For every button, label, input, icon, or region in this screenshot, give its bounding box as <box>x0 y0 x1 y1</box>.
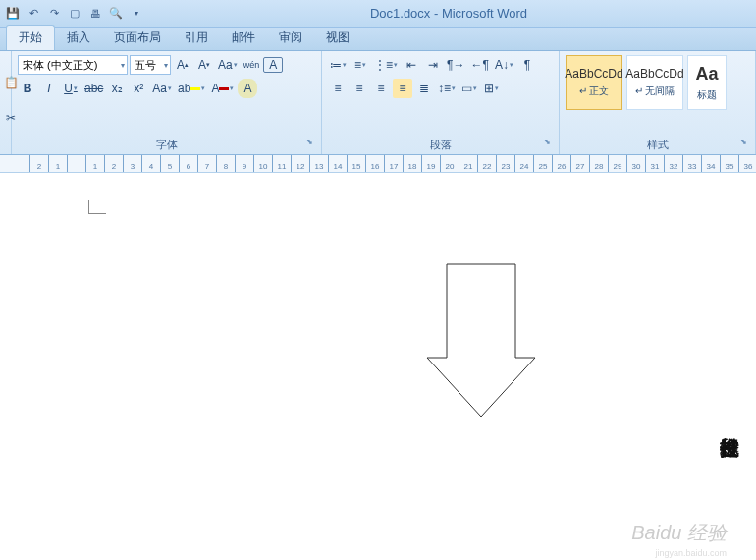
paragraph-group: ≔ ≡ ⋮≡ ⇤ ⇥ ¶→ ←¶ A↓ ¶ ≡ ≡ ≡ ≡ ≣ ↕≡ ▭ ⊞ 段… <box>322 51 560 154</box>
ruler-tick: 25 <box>533 155 552 172</box>
bullets-button[interactable]: ≔ <box>328 55 349 75</box>
superscript-button[interactable]: x² <box>129 79 148 98</box>
font-color-button[interactable]: A <box>209 79 236 98</box>
ruler-tick: 26 <box>552 155 570 172</box>
tab-references[interactable]: 引用 <box>173 26 220 50</box>
show-marks-button[interactable]: ¶ <box>517 55 537 75</box>
ruler-tick: 2 <box>29 155 48 172</box>
ruler-tick: 20 <box>440 155 459 172</box>
redo-icon[interactable]: ↷ <box>45 5 63 23</box>
down-arrow-shape[interactable] <box>422 259 540 426</box>
font-size-combo[interactable]: 五号 <box>130 55 171 75</box>
ruler-tick: 11 <box>272 155 291 172</box>
rtl-button[interactable]: ←¶ <box>468 55 490 75</box>
ruler-tick: 9 <box>235 155 253 172</box>
ruler-tick: 28 <box>589 155 608 172</box>
watermark-sub: jingyan.baidu.com <box>655 548 727 558</box>
font-group-label: 字体 <box>18 136 315 154</box>
print-icon[interactable]: 🖶 <box>86 5 104 23</box>
bold-button[interactable]: B <box>18 79 37 98</box>
ruler-tick: 34 <box>701 155 720 172</box>
ribbon: 📋 ✂ 宋体 (中文正文) 五号 A▴ A▾ Aa wén A B I U ab… <box>0 51 756 155</box>
ruler-tick: 21 <box>459 155 477 172</box>
strike-button[interactable]: abc <box>82 79 105 98</box>
char-shading-button[interactable]: A <box>238 79 257 98</box>
ruler-tick <box>67 155 85 172</box>
ruler-tick: 27 <box>570 155 589 172</box>
font-name-combo[interactable]: 宋体 (中文正文) <box>18 55 128 75</box>
ruler-tick: 31 <box>645 155 664 172</box>
save-icon[interactable]: 💾 <box>4 5 22 23</box>
ruler-tick: 24 <box>514 155 533 172</box>
ruler-tick: 13 <box>309 155 328 172</box>
ruler-tick: 1 <box>85 155 104 172</box>
tab-home[interactable]: 开始 <box>6 25 55 50</box>
distribute-button[interactable]: ≣ <box>414 79 434 98</box>
shrink-font-button[interactable]: A▾ <box>194 55 214 75</box>
ruler-tick: 30 <box>626 155 645 172</box>
align-center-button[interactable]: ≡ <box>350 79 369 98</box>
grow-font-button[interactable]: A▴ <box>173 55 192 75</box>
styles-group: AaBbCcDd ↵ 正文 AaBbCcDd ↵ 无间隔 Aa 标题 样式 <box>560 51 756 154</box>
ruler-tick: 36 <box>738 155 756 172</box>
style-heading[interactable]: Aa 标题 <box>687 55 727 110</box>
phonetic-button[interactable]: wén <box>242 55 262 75</box>
tab-view[interactable]: 视图 <box>314 26 361 50</box>
style-no-spacing[interactable]: AaBbCcDd ↵ 无间隔 <box>626 55 683 110</box>
ruler-tick: 17 <box>384 155 403 172</box>
ruler-tick: 19 <box>421 155 440 172</box>
italic-button[interactable]: I <box>39 79 59 98</box>
horizontal-ruler[interactable]: 2112345678910111213141516171819202122232… <box>0 155 756 173</box>
decrease-indent-button[interactable]: ⇤ <box>402 55 421 75</box>
ruler-tick: 3 <box>123 155 141 172</box>
clear-format-button[interactable]: Aa <box>216 55 240 75</box>
line-spacing-button[interactable]: ↕≡ <box>436 79 458 98</box>
ruler-tick: 22 <box>477 155 496 172</box>
ruler-tick: 4 <box>141 155 160 172</box>
ltr-button[interactable]: ¶→ <box>445 55 466 75</box>
align-right-button[interactable]: ≡ <box>371 79 391 98</box>
subscript-button[interactable]: x₂ <box>107 79 127 98</box>
multilevel-button[interactable]: ⋮≡ <box>372 55 400 75</box>
align-left-button[interactable]: ≡ <box>328 79 348 98</box>
ruler-tick: 6 <box>179 155 197 172</box>
ruler-tick: 5 <box>160 155 179 172</box>
window-title: Doc1.docx - Microsoft Word <box>145 6 752 21</box>
tab-insert[interactable]: 插入 <box>55 26 102 50</box>
tab-mailings[interactable]: 邮件 <box>220 26 267 50</box>
tab-layout[interactable]: 页面布局 <box>102 26 173 50</box>
style-normal[interactable]: AaBbCcDd ↵ 正文 <box>566 55 622 110</box>
ruler-tick: 23 <box>496 155 514 172</box>
borders-button[interactable]: ⊞ <box>481 79 501 98</box>
tab-review[interactable]: 审阅 <box>267 26 314 50</box>
ruler-tick: 29 <box>608 155 626 172</box>
ruler-tick: 7 <box>197 155 216 172</box>
ruler-tick: 33 <box>682 155 701 172</box>
font-group: 宋体 (中文正文) 五号 A▴ A▾ Aa wén A B I U abc x₂… <box>12 51 322 154</box>
char-border-button[interactable]: A <box>263 57 283 73</box>
ruler-tick: 15 <box>347 155 365 172</box>
undo-icon[interactable]: ↶ <box>25 5 42 23</box>
justify-button[interactable]: ≡ <box>393 79 412 98</box>
styles-group-label: 样式 <box>566 136 749 154</box>
preview-icon[interactable]: 🔍 <box>107 5 125 23</box>
clipboard-sliver: 📋 ✂ <box>0 51 12 154</box>
underline-button[interactable]: U <box>61 79 81 98</box>
highlight-button[interactable]: ab <box>176 79 207 98</box>
title-bar: 💾 ↶ ↷ ▢ 🖶 🔍 ▾ Doc1.docx - Microsoft Word <box>0 0 756 28</box>
quick-access-toolbar: 💾 ↶ ↷ ▢ 🖶 🔍 ▾ <box>4 5 145 23</box>
ruler-tick: 32 <box>664 155 682 172</box>
change-case-button[interactable]: Aa <box>150 79 174 98</box>
document-area[interactable]: 长按鼠标左键进行拖拉 Baidu 经验 jingyan.baidu.com <box>0 173 756 560</box>
ruler-tick: 18 <box>403 155 421 172</box>
sort-button[interactable]: A↓ <box>493 55 515 75</box>
ruler-tick: 2 <box>104 155 123 172</box>
increase-indent-button[interactable]: ⇥ <box>423 55 443 75</box>
ruler-tick: 12 <box>291 155 309 172</box>
style-normal-label: ↵ 正文 <box>579 84 610 98</box>
ruler-tick: 35 <box>720 155 738 172</box>
numbering-button[interactable]: ≡ <box>351 55 370 75</box>
new-doc-icon[interactable]: ▢ <box>66 5 83 23</box>
shading-button[interactable]: ▭ <box>459 79 479 98</box>
qat-more-icon[interactable]: ▾ <box>128 5 145 23</box>
